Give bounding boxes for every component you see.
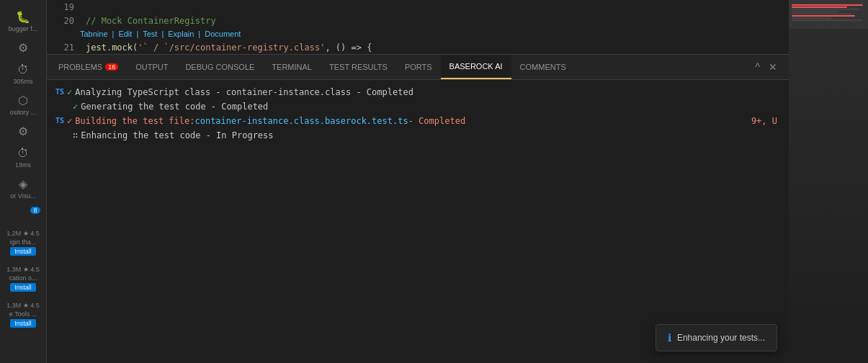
check-icon-2: ✓ bbox=[73, 100, 78, 113]
tab-baserock-ai-label: BASEROCK AI bbox=[449, 62, 503, 71]
toolbar-sep2: | bbox=[136, 30, 138, 38]
code-line-19: 19 bbox=[47, 0, 789, 14]
tab-ports[interactable]: PORTS bbox=[396, 55, 441, 79]
minimap-content bbox=[789, 0, 868, 363]
progress-icon-4: ∷ bbox=[73, 129, 78, 142]
tab-problems-badge: 16 bbox=[105, 63, 118, 71]
sidebar-item-badge8[interactable]: 8 bbox=[0, 204, 46, 224]
notification-text: Enhancing your tests... bbox=[677, 333, 765, 343]
check-icon-1: ✓ bbox=[67, 86, 72, 99]
code-line-21: 21 jest.mock('` / `/src/container-regist… bbox=[47, 40, 789, 54]
tab-output[interactable]: OUTPUT bbox=[127, 55, 176, 79]
code-line-20: 20 // Mock ContainerRegistry bbox=[47, 14, 789, 27]
sidebar-item-ext2[interactable]: 1.3M ★ 4.5 cation o... Install bbox=[0, 260, 46, 296]
gear-icon-2: ⚙ bbox=[18, 125, 28, 138]
ext1-rating: 1.2M ★ 4.5 bbox=[6, 230, 40, 237]
toolbar-sep3: | bbox=[161, 30, 164, 38]
sidebar: 🐛 bugger f... ⚙ ⏱ 305ms ⬡ ository ... ⚙ … bbox=[0, 0, 47, 363]
sidebar-label-bugger: bugger f... bbox=[9, 25, 38, 32]
minimap-highlight bbox=[789, 0, 868, 29]
log-text-3-prefix: Building the test file: bbox=[75, 115, 194, 127]
check-icon-3: ✓ bbox=[67, 115, 72, 127]
tab-bar: PROBLEMS 16 OUTPUT DEBUG CONSOLE TERMINA… bbox=[47, 55, 789, 80]
sidebar-item-gear1[interactable]: ⚙ bbox=[0, 37, 46, 59]
ext3-rating: 1.3M ★ 4.5 bbox=[6, 302, 40, 309]
ext2-rating: 1.3M ★ 4.5 bbox=[6, 266, 40, 273]
clock-icon-2: ⏱ bbox=[17, 147, 29, 160]
line-number-19: 19 bbox=[53, 2, 74, 12]
toolbar-separator: | bbox=[112, 30, 115, 38]
log-line-4: ∷ Enhancing the test code - In Progress bbox=[73, 129, 780, 142]
ext1-install[interactable]: Install bbox=[10, 247, 36, 256]
sidebar-item-bugger[interactable]: 🐛 bugger f... bbox=[0, 6, 46, 37]
update-badge: 9+, U bbox=[751, 115, 777, 127]
tab-terminal[interactable]: TERMINAL bbox=[263, 55, 321, 79]
ext3-install[interactable]: Install bbox=[10, 319, 36, 328]
tab-debug-console-label: DEBUG CONSOLE bbox=[185, 63, 254, 71]
log-line-2: ✓ Generating the test code - Completed bbox=[73, 100, 780, 113]
line-number-21: 21 bbox=[53, 42, 74, 53]
tab-collapse-button[interactable]: ^ bbox=[752, 60, 763, 73]
sidebar-item-timer[interactable]: ⏱ 19ms bbox=[0, 143, 46, 173]
sidebar-label-repository: ository ... bbox=[10, 109, 37, 116]
line-number-20: 20 bbox=[53, 16, 74, 26]
tab-actions: ^ ✕ bbox=[746, 60, 786, 73]
toolbar-explain[interactable]: Explain bbox=[168, 30, 194, 38]
minimap-panel bbox=[789, 0, 868, 363]
panel-content: TS ✓ Analyzing TypeScript class - contai… bbox=[47, 80, 789, 363]
sidebar-label-visu: or Visu... bbox=[10, 192, 35, 200]
sidebar-label-timer: 19ms bbox=[15, 161, 31, 169]
tabnine-label: Tabnine bbox=[80, 30, 108, 38]
bottom-notification: ℹ Enhancing your tests... bbox=[656, 324, 777, 351]
code-content-20: // Mock ContainerRegistry bbox=[86, 16, 216, 26]
code-area: 19 20 // Mock ContainerRegistry Tabnine … bbox=[47, 0, 789, 55]
log-line-3: TS ✓ Building the test file: container-i… bbox=[55, 115, 780, 127]
tab-comments-label: COMMENTS bbox=[520, 63, 566, 71]
tab-problems-label: PROBLEMS bbox=[58, 63, 102, 71]
badge-8: 8 bbox=[30, 207, 40, 214]
log-line-1: TS ✓ Analyzing TypeScript class - contai… bbox=[55, 86, 780, 99]
ext1-name: igin tha... bbox=[10, 238, 37, 246]
ext3-name: e Tools ... bbox=[9, 310, 37, 318]
bugger-icon: 🐛 bbox=[16, 10, 30, 24]
tab-output-label: OUTPUT bbox=[135, 63, 168, 71]
ext2-install[interactable]: Install bbox=[10, 283, 36, 292]
tab-close-button[interactable]: ✕ bbox=[766, 60, 780, 73]
toolbar-edit[interactable]: Edit bbox=[118, 30, 132, 38]
log-text-4: Enhancing the test code - In Progress bbox=[81, 129, 273, 142]
ts-badge-1: TS bbox=[55, 86, 64, 97]
sidebar-item-visu[interactable]: ◈ or Visu... bbox=[0, 173, 46, 204]
tab-ports-label: PORTS bbox=[405, 63, 432, 71]
log-link-3[interactable]: container-instance.class.baserock.test.t… bbox=[194, 115, 408, 127]
tab-terminal-label: TERMINAL bbox=[272, 63, 312, 71]
repo-icon: ⬡ bbox=[18, 94, 28, 107]
sidebar-item-repository[interactable]: ⬡ ository ... bbox=[0, 89, 46, 120]
sidebar-label-history: 305ms bbox=[13, 78, 32, 85]
clock-icon-1: ⏱ bbox=[17, 63, 29, 76]
tab-comments[interactable]: COMMENTS bbox=[511, 55, 575, 79]
main-area: 19 20 // Mock ContainerRegistry Tabnine … bbox=[47, 0, 789, 363]
sidebar-item-ext3[interactable]: 1.3M ★ 4.5 e Tools ... Install bbox=[0, 296, 46, 332]
tab-debug-console[interactable]: DEBUG CONSOLE bbox=[176, 55, 263, 79]
info-icon: ℹ bbox=[668, 332, 671, 344]
toolbar-sep4: | bbox=[198, 30, 200, 38]
sidebar-item-gear2[interactable]: ⚙ bbox=[0, 120, 46, 143]
inline-toolbar: Tabnine | Edit | Test | Explain | Docume… bbox=[47, 27, 789, 40]
log-text-1: Analyzing TypeScript class - container-i… bbox=[75, 86, 413, 99]
tab-test-results-label: TEST RESULTS bbox=[329, 63, 388, 71]
gear-icon-1: ⚙ bbox=[18, 41, 28, 55]
code-content-21: jest.mock('` / `/src/container-registry.… bbox=[86, 42, 372, 53]
tab-problems[interactable]: PROBLEMS 16 bbox=[50, 55, 127, 79]
tab-baserock-ai[interactable]: BASEROCK AI bbox=[441, 55, 511, 79]
sidebar-item-ext1[interactable]: 1.2M ★ 4.5 igin tha... Install bbox=[0, 224, 46, 260]
log-text-3-suffix: - Completed bbox=[408, 115, 465, 127]
ts-badge-3: TS bbox=[55, 115, 64, 126]
log-text-2: Generating the test code - Completed bbox=[81, 100, 268, 113]
toolbar-test[interactable]: Test bbox=[143, 30, 157, 38]
visu-icon: ◈ bbox=[19, 177, 27, 191]
tab-test-results[interactable]: TEST RESULTS bbox=[321, 55, 396, 79]
toolbar-document[interactable]: Document bbox=[205, 30, 241, 38]
ext2-name: cation o... bbox=[9, 274, 37, 282]
sidebar-item-history[interactable]: ⏱ 305ms bbox=[0, 59, 46, 89]
